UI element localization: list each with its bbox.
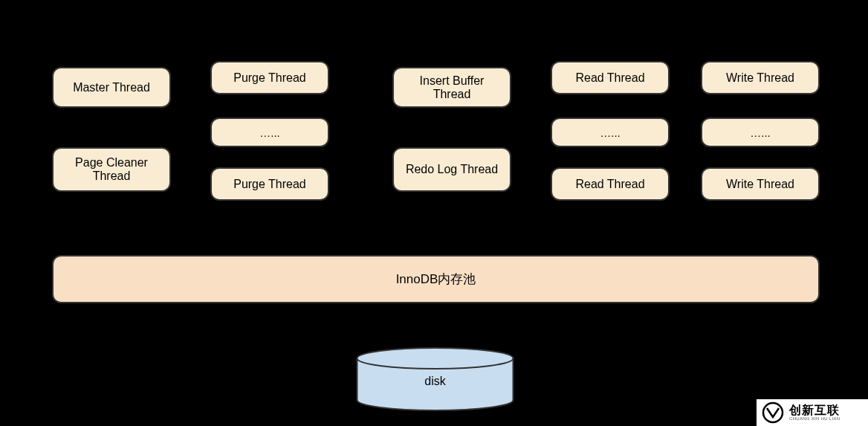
read-ellipsis-box: …... bbox=[551, 117, 670, 147]
insert-buffer-thread-box: Insert Buffer Thread bbox=[392, 67, 511, 108]
purge-ellipsis-box: …... bbox=[210, 117, 329, 147]
watermark-en-text: CHUANG XIN HU LIAN bbox=[789, 416, 840, 421]
read-ellipsis-label: …... bbox=[600, 126, 621, 139]
read-thread-top-label: Read Thread bbox=[575, 71, 644, 85]
read-thread-top-box: Read Thread bbox=[551, 61, 670, 94]
write-ellipsis-box: …... bbox=[701, 117, 820, 147]
write-thread-top-box: Write Thread bbox=[701, 61, 820, 94]
purge-thread-bottom-box: Purge Thread bbox=[210, 167, 329, 201]
page-cleaner-thread-box: Page Cleaner Thread bbox=[52, 147, 171, 192]
read-thread-bottom-box: Read Thread bbox=[551, 167, 670, 201]
watermark-cn-text: 创新互联 bbox=[789, 404, 840, 416]
redo-log-thread-box: Redo Log Thread bbox=[392, 147, 511, 192]
disk-label: disk bbox=[355, 375, 515, 388]
insert-buffer-thread-label: Insert Buffer Thread bbox=[400, 74, 504, 101]
innodb-memory-pool-box: InnoDB内存池 bbox=[52, 255, 820, 303]
write-thread-bottom-box: Write Thread bbox=[701, 167, 820, 201]
svg-point-5 bbox=[763, 403, 783, 422]
page-cleaner-thread-label: Page Cleaner Thread bbox=[59, 156, 163, 183]
write-thread-top-label: Write Thread bbox=[726, 71, 794, 85]
purge-thread-top-label: Purge Thread bbox=[233, 71, 306, 85]
master-thread-box: Master Thread bbox=[52, 67, 171, 108]
innodb-memory-pool-label: InnoDB内存池 bbox=[396, 271, 476, 288]
write-ellipsis-label: …... bbox=[750, 126, 771, 139]
svg-point-4 bbox=[357, 348, 514, 369]
disk-cylinder: disk bbox=[355, 346, 515, 412]
write-thread-bottom-label: Write Thread bbox=[726, 178, 794, 191]
redo-log-thread-label: Redo Log Thread bbox=[406, 163, 498, 176]
watermark: 创新互联 CHUANG XIN HU LIAN bbox=[757, 399, 868, 426]
purge-thread-bottom-label: Purge Thread bbox=[233, 178, 306, 191]
purge-ellipsis-label: …... bbox=[259, 126, 280, 139]
master-thread-label: Master Thread bbox=[73, 81, 150, 94]
purge-thread-top-box: Purge Thread bbox=[210, 61, 329, 94]
watermark-logo-icon bbox=[761, 401, 785, 425]
read-thread-bottom-label: Read Thread bbox=[575, 178, 644, 191]
